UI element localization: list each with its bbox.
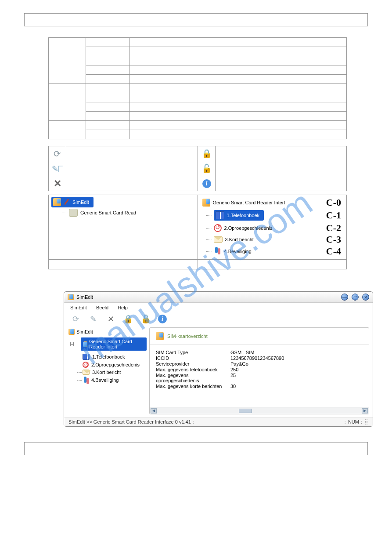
window-title: SimEdit <box>76 294 93 300</box>
sidebar-item-phonebook[interactable]: 1.Telefoonboek <box>83 354 147 360</box>
tb-edit-icon[interactable]: ✎ <box>88 314 98 324</box>
tb-delete-icon[interactable]: ✕ <box>105 314 116 324</box>
sidebar-book-icon <box>83 354 90 360</box>
refresh-icon: ⟳ <box>52 148 63 160</box>
menu-simedit[interactable]: SimEdit <box>70 305 87 310</box>
reader-label-b: Generic Smart Card Reader Interf <box>213 200 285 205</box>
tree-table: SimEdit Generic Smart Card Read Generic … <box>48 195 347 269</box>
sidebar-item-3: 3.Kort bericht <box>92 370 121 375</box>
titlebar-sim-icon <box>68 294 74 300</box>
detail-val-0: GSM - SIM <box>230 350 254 355</box>
sidebar-reader-icon <box>83 341 87 347</box>
sidebar-item-2: 2.Oproepgeschiedenis <box>91 362 140 367</box>
code-c3: C-3 <box>326 234 341 245</box>
sidebar-item-history[interactable]: 2.Oproepgeschiedenis <box>83 362 147 368</box>
mail-icon <box>214 236 223 243</box>
tb-lock-icon[interactable]: 🔒 <box>123 314 133 324</box>
code-c0: C-0 <box>326 197 341 208</box>
status-num: NUM <box>348 419 359 424</box>
sidebar-item-1: 1.Telefoonboek <box>92 354 125 359</box>
detail-list: SIM Card TypeGSM - SIM ICCID123456789012… <box>150 345 369 407</box>
detail-val-2: Pay&Go <box>230 361 248 366</box>
tb-info-icon[interactable]: i <box>158 315 167 323</box>
edit-icon: ✎⎕ <box>52 163 63 174</box>
detail-key-5: Max. gegevens korte berichten <box>156 384 230 389</box>
close-button[interactable]: ✕ <box>362 294 369 301</box>
app-window: SimEdit — ▢ ✕ SimEdit Beeld Help ⟳ ✎ ✕ 🔒… <box>64 291 373 427</box>
window-titlebar: SimEdit — ▢ ✕ <box>64 292 373 303</box>
sidebar-item-security[interactable]: 4.Beveiliging <box>83 377 147 384</box>
tree-item-phonebook[interactable]: 1.Telefoonboek <box>214 210 264 221</box>
code-c1: C-1 <box>326 210 341 221</box>
sidebar-mail-icon <box>83 370 90 375</box>
code-c2: C-2 <box>326 222 341 234</box>
item-2-label: 2.Oproepgeschiedenis <box>224 225 273 231</box>
sidebar-root-label: SimEdit <box>76 329 93 334</box>
toolbar-table: ⟳ 🔒 ✎⎕ 🔓 ✕ i <box>48 146 347 191</box>
item-3-label: 3.Kort bericht <box>225 237 254 242</box>
panel-sim-icon <box>156 332 164 340</box>
status-bar: SimEdit >> Generic Smart Card Reader Int… <box>64 417 373 426</box>
bottom-box <box>24 442 368 455</box>
status-text: SimEdit >> Generic Smart Card Reader Int… <box>68 419 191 424</box>
detail-val-1: 12345678901234567890 <box>230 355 284 361</box>
menu-help[interactable]: Help <box>118 305 128 310</box>
root-label: SimEdit <box>72 200 89 205</box>
pencil-icon <box>63 198 71 206</box>
item-4-label: 4.Beveiliging <box>224 249 252 254</box>
keys-icon <box>214 247 222 256</box>
tb-refresh-icon[interactable]: ⟳ <box>70 314 81 324</box>
sidebar-root-icon <box>68 329 75 335</box>
expand-toggle[interactable]: − <box>70 342 74 346</box>
simedit-root-badge: SimEdit <box>51 197 94 207</box>
sim-icon <box>53 198 61 206</box>
scroll-bar[interactable]: ◀ ▶ <box>150 407 369 414</box>
detail-val-4: 25 <box>230 373 236 383</box>
delete-icon: ✕ <box>52 178 63 189</box>
history-icon <box>214 224 222 232</box>
detail-val-3: 250 <box>230 367 238 372</box>
top-box <box>24 13 368 26</box>
detail-key-2: Serviceprovider <box>156 361 230 366</box>
sidebar-item-sms[interactable]: 3.Kort bericht <box>83 370 147 375</box>
detail-key-3: Max. gegevens telefoonboek <box>156 367 230 372</box>
scroll-right-icon[interactable]: ▶ <box>362 408 368 414</box>
scroll-left-icon[interactable]: ◀ <box>151 408 157 414</box>
book-icon <box>216 211 224 219</box>
sidebar-item-4: 4.Beveiliging <box>91 377 119 383</box>
chip-icon <box>69 209 78 217</box>
tb-unlock-icon[interactable]: 🔓 <box>140 314 151 324</box>
sidebar-history-icon <box>83 362 89 368</box>
sidebar: SimEdit − Generic Smart Card Reader Inte… <box>68 327 147 414</box>
detail-key-4: Max. gegevens oproepgeschiedenis <box>156 373 230 383</box>
detail-val-5: 30 <box>230 384 236 389</box>
item-1-label: 1.Telefoonboek <box>227 213 260 218</box>
panel-title: SIM-kaartoverzicht <box>167 334 208 339</box>
detail-key-1: ICCID <box>156 355 230 361</box>
lock-icon: 🔒 <box>201 148 212 160</box>
detail-key-0: SIM Card Type <box>156 350 230 355</box>
window-toolbar: ⟳ ✎ ✕ 🔒 🔓 i <box>64 312 373 327</box>
menu-beeld[interactable]: Beeld <box>96 305 108 310</box>
scroll-track[interactable] <box>157 408 362 414</box>
minimize-button[interactable]: — <box>341 294 348 301</box>
main-panel: SIM-kaartoverzicht SIM Card TypeGSM - SI… <box>149 327 369 414</box>
maximize-button[interactable]: ▢ <box>352 294 359 301</box>
menu-bar: SimEdit Beeld Help <box>64 303 373 312</box>
code-c4: C-4 <box>326 246 341 257</box>
sidebar-reader-label: Generic Smart Card Reader Interf <box>89 339 144 349</box>
reader-label-a: Generic Smart Card Read <box>80 210 136 215</box>
main-table <box>48 37 347 139</box>
scroll-thumb[interactable] <box>239 409 252 413</box>
sidebar-reader[interactable]: Generic Smart Card Reader Interf <box>81 337 147 351</box>
sim-chip-icon <box>202 199 210 207</box>
info-icon: i <box>202 179 211 188</box>
resize-grip-icon[interactable]: ⣿ <box>364 419 368 425</box>
sidebar-keys-icon <box>83 377 89 384</box>
unlock-icon: 🔓 <box>201 163 212 174</box>
